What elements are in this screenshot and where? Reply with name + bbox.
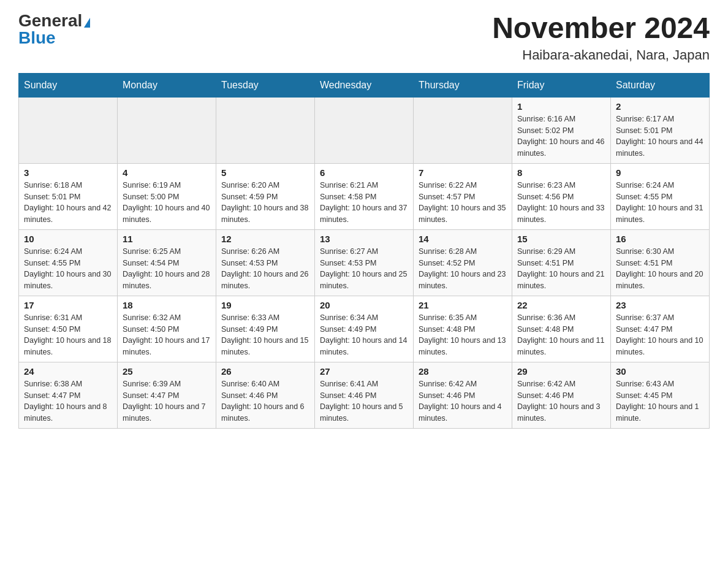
day-number: 30 [616,366,704,377]
weekday-header-wednesday: Wednesday [315,73,414,97]
day-number: 15 [517,234,605,244]
day-info: Sunrise: 6:21 AMSunset: 4:58 PMDaylight:… [320,180,408,226]
calendar-cell [414,97,512,163]
day-info: Sunrise: 6:33 AMSunset: 4:49 PMDaylight:… [221,312,309,358]
calendar-cell: 3Sunrise: 6:18 AMSunset: 5:01 PMDaylight… [19,163,118,229]
calendar-cell: 11Sunrise: 6:25 AMSunset: 4:54 PMDayligh… [118,229,216,296]
calendar-cell: 23Sunrise: 6:37 AMSunset: 4:47 PMDayligh… [611,296,710,362]
day-number: 14 [419,234,507,244]
day-number: 19 [221,300,309,310]
calendar-cell: 26Sunrise: 6:40 AMSunset: 4:46 PMDayligh… [216,362,315,428]
day-info: Sunrise: 6:39 AMSunset: 4:47 PMDaylight:… [123,378,211,424]
day-number: 8 [517,167,605,178]
logo-triangle-icon [84,18,90,28]
month-title: November 2024 [492,12,710,45]
day-number: 3 [24,167,112,178]
calendar-cell: 25Sunrise: 6:39 AMSunset: 4:47 PMDayligh… [118,362,216,428]
calendar-cell: 22Sunrise: 6:36 AMSunset: 4:48 PMDayligh… [512,296,611,362]
logo-general-text: General [18,11,82,30]
day-info: Sunrise: 6:37 AMSunset: 4:47 PMDaylight:… [616,312,704,358]
calendar-cell: 9Sunrise: 6:24 AMSunset: 4:55 PMDaylight… [611,163,710,229]
weekday-header-row: SundayMondayTuesdayWednesdayThursdayFrid… [19,73,710,97]
calendar-cell: 7Sunrise: 6:22 AMSunset: 4:57 PMDaylight… [414,163,512,229]
day-info: Sunrise: 6:30 AMSunset: 4:51 PMDaylight:… [616,246,704,292]
calendar-cell: 5Sunrise: 6:20 AMSunset: 4:59 PMDaylight… [216,163,315,229]
calendar-week-row: 10Sunrise: 6:24 AMSunset: 4:55 PMDayligh… [19,229,710,296]
day-info: Sunrise: 6:29 AMSunset: 4:51 PMDaylight:… [517,246,605,292]
day-info: Sunrise: 6:22 AMSunset: 4:57 PMDaylight:… [419,180,507,226]
page-header: General Blue November 2024 Haibara-akane… [18,12,710,63]
calendar-week-row: 24Sunrise: 6:38 AMSunset: 4:47 PMDayligh… [19,362,710,428]
logo-general-line: General [18,12,90,29]
day-number: 21 [419,300,507,310]
day-number: 11 [123,234,211,244]
day-info: Sunrise: 6:31 AMSunset: 4:50 PMDaylight:… [24,312,112,358]
calendar-cell: 14Sunrise: 6:28 AMSunset: 4:52 PMDayligh… [414,229,512,296]
day-number: 4 [123,167,211,178]
day-info: Sunrise: 6:24 AMSunset: 4:55 PMDaylight:… [24,246,112,292]
day-number: 24 [24,366,112,377]
day-number: 5 [221,167,309,178]
calendar-table: SundayMondayTuesdayWednesdayThursdayFrid… [18,73,710,429]
day-number: 20 [320,300,408,310]
weekday-header-monday: Monday [118,73,216,97]
calendar-cell: 15Sunrise: 6:29 AMSunset: 4:51 PMDayligh… [512,229,611,296]
calendar-cell: 16Sunrise: 6:30 AMSunset: 4:51 PMDayligh… [611,229,710,296]
calendar-cell [216,97,315,163]
calendar-week-row: 1Sunrise: 6:16 AMSunset: 5:02 PMDaylight… [19,97,710,163]
calendar-cell: 21Sunrise: 6:35 AMSunset: 4:48 PMDayligh… [414,296,512,362]
calendar-cell: 17Sunrise: 6:31 AMSunset: 4:50 PMDayligh… [19,296,118,362]
calendar-cell: 8Sunrise: 6:23 AMSunset: 4:56 PMDaylight… [512,163,611,229]
day-info: Sunrise: 6:43 AMSunset: 4:45 PMDaylight:… [616,378,704,424]
day-info: Sunrise: 6:34 AMSunset: 4:49 PMDaylight:… [320,312,408,358]
calendar-cell: 18Sunrise: 6:32 AMSunset: 4:50 PMDayligh… [118,296,216,362]
day-info: Sunrise: 6:16 AMSunset: 5:02 PMDaylight:… [517,113,605,159]
day-number: 9 [616,167,704,178]
day-info: Sunrise: 6:40 AMSunset: 4:46 PMDaylight:… [221,378,309,424]
day-number: 2 [616,101,704,112]
day-number: 28 [419,366,507,377]
day-number: 10 [24,234,112,244]
calendar-cell: 4Sunrise: 6:19 AMSunset: 5:00 PMDaylight… [118,163,216,229]
day-number: 27 [320,366,408,377]
calendar-cell: 10Sunrise: 6:24 AMSunset: 4:55 PMDayligh… [19,229,118,296]
calendar-cell: 1Sunrise: 6:16 AMSunset: 5:02 PMDaylight… [512,97,611,163]
title-area: November 2024 Haibara-akanedai, Nara, Ja… [492,12,710,63]
calendar-cell: 20Sunrise: 6:34 AMSunset: 4:49 PMDayligh… [315,296,414,362]
calendar-cell: 24Sunrise: 6:38 AMSunset: 4:47 PMDayligh… [19,362,118,428]
day-info: Sunrise: 6:26 AMSunset: 4:53 PMDaylight:… [221,246,309,292]
day-number: 7 [419,167,507,178]
logo: General Blue [18,12,90,47]
day-number: 22 [517,300,605,310]
calendar-week-row: 17Sunrise: 6:31 AMSunset: 4:50 PMDayligh… [19,296,710,362]
calendar-cell [315,97,414,163]
calendar-week-row: 3Sunrise: 6:18 AMSunset: 5:01 PMDaylight… [19,163,710,229]
day-number: 13 [320,234,408,244]
weekday-header-tuesday: Tuesday [216,73,315,97]
day-number: 29 [517,366,605,377]
day-info: Sunrise: 6:27 AMSunset: 4:53 PMDaylight:… [320,246,408,292]
day-number: 18 [123,300,211,310]
day-number: 1 [517,101,605,112]
day-info: Sunrise: 6:20 AMSunset: 4:59 PMDaylight:… [221,180,309,226]
day-info: Sunrise: 6:35 AMSunset: 4:48 PMDaylight:… [419,312,507,358]
day-info: Sunrise: 6:25 AMSunset: 4:54 PMDaylight:… [123,246,211,292]
day-number: 26 [221,366,309,377]
day-info: Sunrise: 6:19 AMSunset: 5:00 PMDaylight:… [123,180,211,226]
calendar-cell: 2Sunrise: 6:17 AMSunset: 5:01 PMDaylight… [611,97,710,163]
calendar-cell: 19Sunrise: 6:33 AMSunset: 4:49 PMDayligh… [216,296,315,362]
location-text: Haibara-akanedai, Nara, Japan [492,47,710,63]
calendar-cell: 28Sunrise: 6:42 AMSunset: 4:46 PMDayligh… [414,362,512,428]
weekday-header-sunday: Sunday [19,73,118,97]
day-number: 25 [123,366,211,377]
day-info: Sunrise: 6:42 AMSunset: 4:46 PMDaylight:… [517,378,605,424]
day-info: Sunrise: 6:42 AMSunset: 4:46 PMDaylight:… [419,378,507,424]
day-info: Sunrise: 6:24 AMSunset: 4:55 PMDaylight:… [616,180,704,226]
day-info: Sunrise: 6:36 AMSunset: 4:48 PMDaylight:… [517,312,605,358]
day-info: Sunrise: 6:38 AMSunset: 4:47 PMDaylight:… [24,378,112,424]
day-info: Sunrise: 6:17 AMSunset: 5:01 PMDaylight:… [616,113,704,159]
day-number: 23 [616,300,704,310]
day-info: Sunrise: 6:41 AMSunset: 4:46 PMDaylight:… [320,378,408,424]
calendar-cell: 29Sunrise: 6:42 AMSunset: 4:46 PMDayligh… [512,362,611,428]
logo-blue-text: Blue [18,29,56,47]
